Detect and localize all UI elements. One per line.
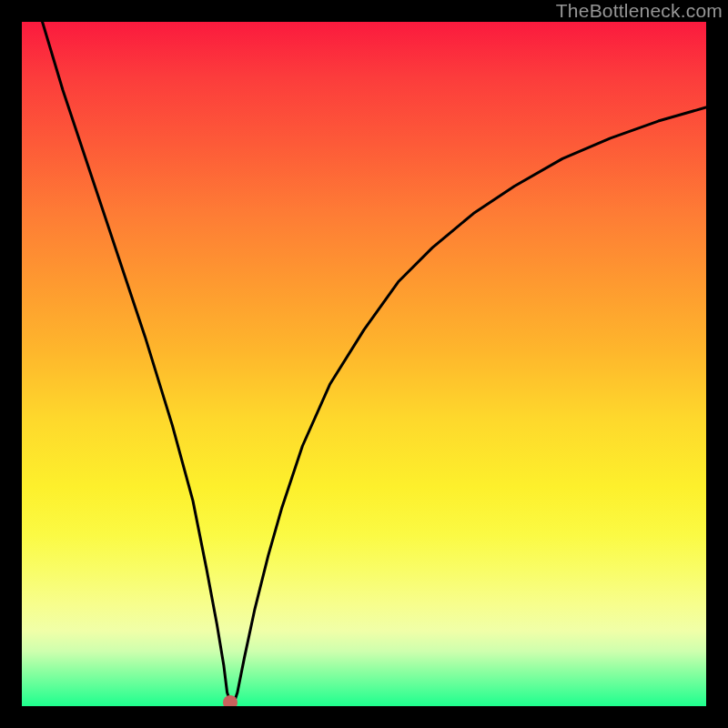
chart-frame: TheBottleneck.com: [0, 0, 728, 728]
bottleneck-curve: [43, 22, 706, 703]
plot-area: [22, 22, 706, 706]
curve-layer: [22, 22, 706, 706]
watermark-text: TheBottleneck.com: [556, 0, 723, 22]
minimum-marker: [223, 695, 238, 706]
